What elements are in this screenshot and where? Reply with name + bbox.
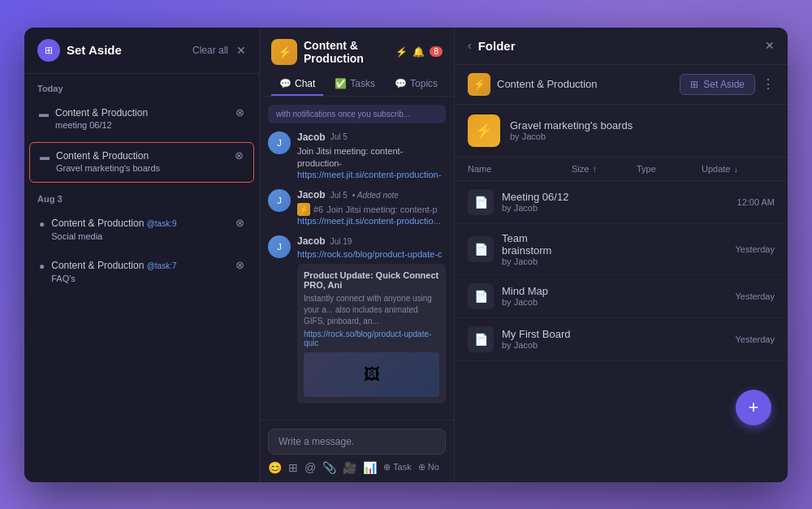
- folder-row-info-meeting: Meeting 06/12 by Jacob: [502, 191, 572, 213]
- video-icon[interactable]: 🎥: [343, 461, 356, 474]
- ref-text: Join Jitsi meeting: content-p: [326, 205, 437, 214]
- sidebar-item-close-4[interactable]: ⊗: [235, 259, 244, 271]
- sidebar-item-content: ▬ Content & Production meeting 06/12: [39, 106, 235, 132]
- sidebar-item-close-1[interactable]: ⊗: [235, 106, 244, 119]
- folder-channel-name: Content & Production: [497, 78, 598, 90]
- preview-image: 🖼: [304, 352, 439, 397]
- message-avatar-2: J: [268, 189, 291, 212]
- folder-actions: ⊞ Set Aside ⋮: [680, 74, 775, 95]
- chat-input-area: Write a message. 😊 ⊞ @ 📎 🎥 📊 ⊕ Task ⊕ No: [260, 420, 454, 482]
- folder-row-name-meeting: Meeting 06/12: [502, 191, 572, 203]
- chat-tab-icon: 💬: [279, 78, 292, 89]
- folder-title: Folder: [478, 39, 516, 53]
- more-options-icon[interactable]: ⋮: [762, 76, 775, 92]
- message-link-1[interactable]: https://meet.jit.si/content-production-: [297, 170, 446, 179]
- set-aside-label: Set Aside: [703, 79, 745, 90]
- folder-panel-wrapper: ‹ Folder ✕ ⚡ Content & Production ⊞ Set …: [455, 28, 788, 482]
- sidebar-item-title-3: Content & Production @task:9: [51, 217, 235, 231]
- folder-row-meeting[interactable]: 📄 Meeting 06/12 by Jacob 12:00 AM: [455, 181, 788, 224]
- folder-row-date-mindmap: Yesterday: [702, 291, 775, 301]
- tab-chat[interactable]: 💬 Chat: [271, 73, 323, 96]
- featured-icon: ⚡: [468, 114, 500, 147]
- sidebar-title: Set Aside: [67, 43, 122, 57]
- message-2: J Jacob Jul 5 • Added note ⚡ #6 Join Jit…: [268, 189, 446, 226]
- preview-link[interactable]: https://rock.so/blog/product-update-quic: [304, 330, 439, 347]
- folder-row-author-mindmap: by Jacob: [502, 297, 572, 307]
- sidebar-close-icon[interactable]: ✕: [236, 44, 246, 57]
- set-aside-button[interactable]: ⊞ Set Aside: [680, 74, 755, 95]
- folder-header: ‹ Folder ✕: [455, 28, 788, 65]
- add-task-button[interactable]: ⊕ Task: [383, 462, 411, 472]
- sidebar-item-subtitle-1: meeting 06/12: [55, 119, 235, 132]
- tasks-tab-label: Tasks: [350, 78, 375, 89]
- sidebar-header: ⊞ Set Aside Clear all ✕: [24, 28, 259, 74]
- file-icon-firstboard: 📄: [468, 326, 494, 352]
- folder-row-author-firstboard: by Jacob: [502, 340, 572, 350]
- chat-messages: with notifications once you subscrib... …: [260, 97, 454, 420]
- folder-row-brainstorm[interactable]: 📄 Team brainstorm by Jacob Yesterday: [455, 224, 788, 275]
- notification-bar: with notifications once you subscrib...: [268, 105, 446, 123]
- col-header-update[interactable]: Update ↓: [702, 164, 775, 174]
- message-body-1: Jacob Jul 5 Join Jitsi meeting: content-…: [297, 132, 446, 180]
- add-note-button[interactable]: ⊕ No: [418, 462, 439, 472]
- file-icon-mindmap: 📄: [468, 283, 494, 309]
- ref-num: #6: [313, 205, 323, 214]
- message-3: J Jacob Jul 19 https://rock.so/blog/prod…: [268, 235, 446, 403]
- tasks-tab-icon: ✅: [335, 78, 347, 89]
- topics-tab-icon: 💬: [395, 78, 407, 89]
- message-author-1: Jacob: [297, 132, 326, 143]
- sidebar-item-close-3[interactable]: ⊗: [235, 217, 244, 229]
- file-icon-meeting: 📄: [468, 189, 494, 215]
- notification-text: with notifications once you subscrib...: [276, 110, 410, 119]
- ref-icon: ⚡: [297, 203, 310, 216]
- mention-icon[interactable]: @: [304, 461, 316, 474]
- folder-header-left: ‹ Folder: [468, 39, 516, 53]
- message-header-3: Jacob Jul 19: [297, 235, 446, 247]
- tab-tasks[interactable]: ✅ Tasks: [326, 73, 383, 96]
- tab-topics[interactable]: 💬 Topics: [387, 73, 446, 96]
- message-preview: Product Update: Quick Connect PRO, Ani I…: [297, 264, 446, 403]
- featured-folder-item[interactable]: ⚡ Gravel marketing's boards by Jacob: [455, 105, 788, 157]
- folder-close-icon[interactable]: ✕: [765, 39, 775, 52]
- folder-subheader-left: ⚡ Content & Production: [468, 73, 598, 96]
- folder-row-date-brainstorm: Yesterday: [702, 244, 775, 254]
- preview-text: Instantly connect with anyone using your…: [304, 293, 439, 327]
- message-header-1: Jacob Jul 5: [297, 132, 446, 143]
- folder-row-mindmap[interactable]: 📄 Mind Map by Jacob Yesterday: [455, 275, 788, 318]
- chat-panel: ⚡ Content & Production ⚡ 🔔 8 💬 Chat ✅ Ta…: [260, 28, 455, 482]
- sidebar-item-text-2: Content & Production Gravel marketing's …: [56, 149, 235, 175]
- task-icon-3: ●: [39, 218, 45, 230]
- chat-icon: ▬: [39, 108, 49, 119]
- message-input[interactable]: Write a message.: [268, 429, 446, 455]
- emoji-icon[interactable]: 😊: [268, 461, 282, 474]
- clear-all-button[interactable]: Clear all: [192, 45, 228, 56]
- sidebar-item-faqs[interactable]: ● Content & Production @task:7 FAQ's ⊗: [29, 252, 254, 291]
- sidebar-item-social[interactable]: ● Content & Production @task:9 Social me…: [29, 210, 254, 249]
- message-text-1: Join Jitsi meeting: content-production-: [297, 145, 446, 170]
- badge-count: 8: [430, 46, 443, 57]
- update-sort-icon: ↓: [733, 164, 738, 174]
- attach-icon[interactable]: 📎: [322, 461, 336, 474]
- section-label-aug3: Aug 3: [24, 184, 259, 209]
- section-label-today: Today: [24, 74, 259, 98]
- fab-add-button[interactable]: +: [736, 390, 771, 425]
- channel-icons: ⚡ 🔔 8: [395, 46, 443, 58]
- sidebar-item-gravel[interactable]: ▬ Content & Production Gravel marketing'…: [29, 142, 254, 183]
- sidebar-item-meeting[interactable]: ▬ Content & Production meeting 06/12 ⊗: [29, 100, 254, 139]
- back-arrow-icon[interactable]: ‹: [468, 39, 472, 52]
- folder-row-author-meeting: by Jacob: [502, 203, 572, 213]
- chart-icon[interactable]: 📊: [363, 461, 377, 474]
- folder-row-firstboard[interactable]: 📄 My First Board by Jacob Yesterday: [455, 318, 788, 361]
- grid-icon[interactable]: ⊞: [288, 461, 298, 474]
- sidebar-item-close-2[interactable]: ⊗: [235, 149, 244, 162]
- set-aside-sidebar: ⊞ Set Aside Clear all ✕ Today ▬ Content …: [24, 28, 260, 482]
- message-link-3[interactable]: https://rock.so/blog/product-update-c: [297, 249, 446, 259]
- chat-header: ⚡ Content & Production ⚡ 🔔 8 💬 Chat ✅ Ta…: [260, 28, 454, 97]
- channel-name: Content & Production: [304, 39, 389, 65]
- folder-row-info-brainstorm: Team brainstorm by Jacob: [502, 232, 572, 266]
- message-time-1: Jul 5: [330, 132, 348, 141]
- message-link-2[interactable]: https://meet.jit.si/content-productio...: [297, 216, 446, 226]
- chat-tab-label: Chat: [295, 78, 315, 89]
- topics-tab-label: Topics: [410, 78, 438, 89]
- message-body-3: Jacob Jul 19 https://rock.so/blog/produc…: [297, 235, 446, 403]
